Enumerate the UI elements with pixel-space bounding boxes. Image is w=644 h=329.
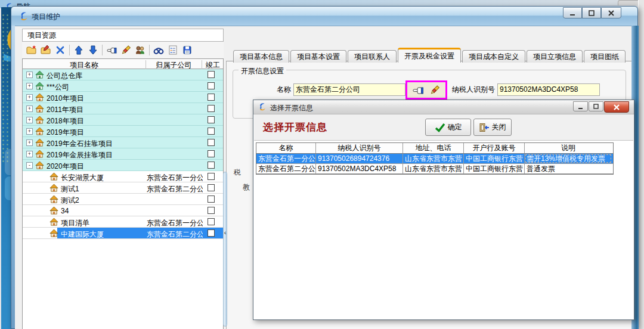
completed-checkbox[interactable] xyxy=(208,229,215,237)
dialog-minimize-button[interactable] xyxy=(573,101,588,111)
expand-toggle[interactable]: + xyxy=(26,94,33,101)
completed-checkbox[interactable] xyxy=(208,173,215,180)
completed-checkbox[interactable] xyxy=(208,218,215,225)
tree-row[interactable]: + 2019年项目 xyxy=(23,126,223,137)
project-name: 公司总仓库 xyxy=(47,71,82,81)
completed-checkbox[interactable] xyxy=(208,162,215,169)
completed-checkbox[interactable] xyxy=(208,82,215,89)
expand-toggle[interactable]: + xyxy=(26,128,33,135)
erase-pencil-icon[interactable] xyxy=(119,44,133,57)
house-icon xyxy=(35,150,44,159)
delete-icon[interactable] xyxy=(53,44,67,57)
highlight-box xyxy=(405,80,447,100)
window-titlebar[interactable]: 项目维护 xyxy=(11,7,637,26)
tree-row[interactable]: + 2011年项目 xyxy=(23,103,223,114)
close-button[interactable] xyxy=(601,7,621,18)
tree-row[interactable]: + 2019年金辰挂靠项目 xyxy=(23,148,223,160)
completed-checkbox[interactable] xyxy=(208,207,215,214)
users-icon[interactable] xyxy=(133,44,147,57)
collapse-arrow-icon[interactable]: ‹ xyxy=(221,228,229,238)
name-field[interactable]: 东营金石第二分公司 xyxy=(293,83,405,96)
expand-toggle[interactable]: + xyxy=(26,83,33,89)
dialog-close-button[interactable] xyxy=(604,101,629,113)
tab[interactable]: 项目联系人 xyxy=(348,50,397,63)
move-up-icon[interactable] xyxy=(72,44,86,57)
expand-toggle[interactable]: + xyxy=(26,72,33,78)
tab[interactable]: 项目基本信息 xyxy=(233,50,289,63)
screen: 导航 项目维护 项目资源 xyxy=(0,0,644,329)
select-hand-icon[interactable] xyxy=(411,83,425,97)
tab[interactable]: 项目成本自定义 xyxy=(462,50,525,63)
invoice-table-body: 东营金石第一分公司 913705026894724376 山东省东营市东营 中国… xyxy=(256,154,613,174)
house-icon xyxy=(35,93,44,102)
tree-row[interactable]: 34 xyxy=(23,205,223,216)
tab[interactable]: 项目图纸 xyxy=(584,50,626,63)
project-company: 东营金石第一分公司 xyxy=(147,173,203,183)
expand-toggle[interactable]: + xyxy=(26,105,33,112)
save-icon[interactable] xyxy=(180,44,194,57)
close-dialog-button[interactable]: 关闭 xyxy=(473,119,512,136)
completed-checkbox[interactable] xyxy=(208,150,215,157)
cell-taxid: 913705026894724376 xyxy=(316,154,403,163)
tree-row[interactable]: + 2019年金石挂靠项目 xyxy=(23,137,223,148)
house-icon xyxy=(35,70,44,79)
completed-checkbox[interactable] xyxy=(208,195,215,203)
window-title: 项目维护 xyxy=(32,12,60,22)
dialog-heading: 选择开票信息 xyxy=(263,120,327,134)
tree-row[interactable]: + 公司总仓库 xyxy=(23,69,223,80)
completed-checkbox[interactable] xyxy=(208,139,215,146)
project-name: 2019年金辰挂靠项目 xyxy=(47,150,113,160)
minimize-button[interactable] xyxy=(563,7,582,18)
panel-splitter[interactable] xyxy=(223,172,227,327)
maximize-button[interactable] xyxy=(582,7,601,18)
completed-checkbox[interactable] xyxy=(208,94,215,101)
expand-toggle[interactable]: - xyxy=(26,162,33,169)
tree-row[interactable]: + 2018年项目 xyxy=(23,114,223,126)
move-down-icon[interactable] xyxy=(86,44,100,57)
select-hand-icon[interactable] xyxy=(104,44,119,57)
house-icon xyxy=(49,172,58,181)
completed-checkbox[interactable] xyxy=(208,71,215,78)
tree-row[interactable]: 长安湖景大厦 东营金石第一分公司 xyxy=(23,171,223,182)
project-name: 测试1 xyxy=(61,184,79,194)
invoice-row[interactable]: 东营金石第二分公司 91370502MA3DC4XP58 山东省东营市东营 中国… xyxy=(256,164,613,174)
completed-checkbox[interactable] xyxy=(208,128,215,135)
tree-row[interactable]: 中建国际大厦 东营金石第二分公司 xyxy=(23,228,223,239)
expand-toggle[interactable]: + xyxy=(26,151,33,157)
tree-row[interactable]: - 2020年项目 xyxy=(23,160,223,171)
tree-row[interactable]: 测试1 东营金石第二分公司 xyxy=(23,182,223,194)
name-label: 名称 xyxy=(239,83,291,95)
completed-checkbox[interactable] xyxy=(208,116,215,123)
dialog-titlebar[interactable]: 选择开票信息 xyxy=(253,100,634,114)
cell-note: 需开13%增值税专用发票 xyxy=(525,154,612,163)
house-icon xyxy=(49,184,58,193)
dialog-maximize-button[interactable] xyxy=(589,101,603,111)
invoice-row[interactable]: 东营金石第一分公司 913705026894724376 山东省东营市东营 中国… xyxy=(256,154,613,164)
tab[interactable]: 项目基本设置 xyxy=(290,50,346,63)
edit-folder-icon[interactable] xyxy=(39,44,53,57)
tree-row[interactable]: 测试2 xyxy=(23,194,223,205)
project-name: ***公司 xyxy=(47,82,69,92)
tab[interactable]: 项目立项信息 xyxy=(527,50,583,63)
expand-toggle[interactable]: + xyxy=(26,139,33,146)
tab[interactable]: 开票及税金设置 xyxy=(398,48,461,63)
house-icon xyxy=(49,218,58,226)
tree-row[interactable]: + ***公司 xyxy=(23,80,223,92)
new-folder-icon[interactable] xyxy=(24,44,39,57)
checklist-icon[interactable] xyxy=(166,44,180,57)
house-icon xyxy=(49,206,58,215)
house-icon xyxy=(35,82,44,91)
completed-checkbox[interactable] xyxy=(208,184,215,191)
expand-toggle[interactable]: + xyxy=(26,117,33,123)
project-name: 长安湖景大厦 xyxy=(61,173,104,183)
project-name: 2020年项目 xyxy=(47,162,84,172)
tree-row[interactable]: 项目清单 东营金石第一分公司 xyxy=(23,216,223,228)
toolbar-separator xyxy=(149,45,150,55)
taxid-field[interactable]: 91370502MA3DC4XP58 xyxy=(497,83,600,96)
completed-checkbox[interactable] xyxy=(208,105,215,112)
edit-pencil-icon[interactable] xyxy=(428,83,441,97)
tree-row[interactable]: + 2010年项目 xyxy=(23,92,223,103)
ok-button[interactable]: 确定 xyxy=(425,119,471,136)
search-binoculars-icon[interactable] xyxy=(151,44,166,57)
dialog-action-band: 选择开票信息 确定 关闭 xyxy=(254,114,633,141)
